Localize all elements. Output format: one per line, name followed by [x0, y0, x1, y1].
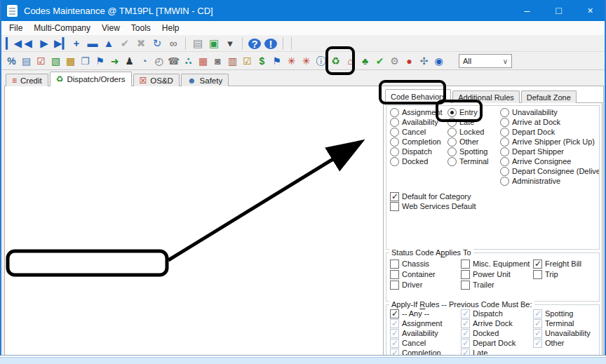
package-icon[interactable]: ▩ [65, 55, 76, 67]
menu-help[interactable]: Help [156, 22, 185, 34]
radio-depart-consignee-deliver[interactable]: Depart Consignee (Deliver) [500, 166, 599, 176]
radio-administrative[interactable]: Administrative [500, 176, 599, 186]
menu-multi-company[interactable]: Multi-Company [28, 22, 96, 34]
globe-icon[interactable]: ◉ [433, 55, 445, 67]
checkbox-dispatch[interactable]: Dispatch [461, 309, 531, 318]
radio-locked[interactable]: Locked [447, 127, 500, 137]
tab-additional-rules[interactable]: Additional Rules [452, 90, 520, 103]
delete-record-icon[interactable]: ▬ [86, 37, 99, 50]
checkbox-trailer[interactable]: Trailer [461, 280, 534, 290]
radio-terminal[interactable]: Terminal [447, 156, 500, 166]
checkbox-freight-bill[interactable]: Freight Bill [533, 259, 598, 269]
screen-dropdown-icon[interactable]: ▾ [224, 37, 236, 50]
previous-record-icon[interactable]: ◀ [22, 37, 34, 50]
network-icon[interactable]: ✳ [285, 55, 297, 67]
invoice-icon[interactable]: $ [256, 55, 268, 67]
find-icon[interactable]: ∞ [167, 37, 180, 50]
checkbox-cancel[interactable]: Cancel [390, 338, 457, 348]
package-check-icon[interactable]: ☑ [241, 55, 253, 67]
radio-cancel[interactable]: Cancel [390, 127, 447, 137]
tab-credit[interactable]: ≡Credit [6, 74, 48, 86]
filter-dropdown[interactable]: All ∨ [459, 54, 512, 68]
checkbox-web-services-default[interactable]: Web Services Default [390, 201, 530, 211]
tab-dispatch-orders[interactable]: ♻Dispatch/Orders [50, 72, 132, 86]
checkbox-power-unit[interactable]: Power Unit [461, 269, 534, 279]
car-icon[interactable]: ● [403, 55, 415, 67]
radio-arrive-at-dock[interactable]: Arrive at Dock [500, 117, 599, 127]
checkbox-any[interactable]: -- Any -- [390, 309, 457, 318]
help-icon[interactable]: ? [248, 39, 261, 49]
radio-depart-dock[interactable]: Depart Dock [500, 127, 599, 137]
save-icon[interactable]: ✔ [119, 37, 131, 50]
import-icon[interactable]: ➜ [109, 55, 121, 67]
chart-icon[interactable]: ▧ [50, 55, 62, 67]
approve-icon[interactable]: ✔ [374, 55, 386, 67]
driver-icon[interactable]: ♟ [123, 55, 135, 67]
checkbox-unavailability[interactable]: Unavailability [533, 328, 598, 338]
checkbox-spotting[interactable]: Spotting [533, 309, 598, 318]
radio-arrive-consignee[interactable]: Arrive Consignee [500, 156, 599, 166]
flag-icon[interactable]: ⚑ [94, 55, 106, 67]
checkbox-chassis[interactable]: Chassis [390, 259, 457, 269]
maximize-button[interactable]: □ [543, 0, 574, 21]
checkbox-trip[interactable]: Trip [533, 269, 598, 279]
fax-icon[interactable]: ▥ [227, 55, 238, 67]
first-record-icon[interactable]: ▎◀ [6, 37, 18, 50]
copy-icon[interactable]: ❐ [79, 55, 91, 67]
radio-depart-shipper[interactable]: Depart Shipper [500, 147, 599, 156]
camera-icon[interactable]: ◙ [212, 55, 224, 67]
checkbox-default-for-category[interactable]: Default for Category [390, 191, 530, 201]
radio-unavailability[interactable]: Unavailability [500, 107, 599, 117]
radio-late[interactable]: Late [447, 117, 500, 127]
move-up-icon[interactable]: ▲ [102, 37, 115, 50]
radio-availability[interactable]: Availability [390, 117, 447, 127]
checkbox-availability[interactable]: Availability [390, 328, 457, 338]
last-record-icon[interactable]: ▶▎ [54, 37, 67, 50]
home-icon[interactable]: ⌂ [344, 55, 356, 67]
next-record-icon[interactable]: ▶ [38, 37, 50, 50]
refresh-icon[interactable]: ↻ [151, 37, 163, 50]
checkbox-other[interactable]: Other [533, 338, 598, 348]
gauge-icon[interactable]: ◴ [153, 55, 165, 67]
radio-docked[interactable]: Docked [390, 156, 447, 166]
close-button[interactable]: × [574, 0, 606, 21]
add-record-icon[interactable]: + [70, 37, 83, 50]
codes-maintenance-icon[interactable]: ♻ [330, 55, 342, 67]
radio-other[interactable]: Other [447, 137, 500, 147]
flag-2-icon[interactable]: ⚑ [271, 55, 283, 67]
checkbox-misc-equipment[interactable]: Misc. Equipment [461, 259, 534, 269]
checkbox-depart-dock[interactable]: Depart Dock [461, 338, 531, 348]
radio-arrive-shipper-pick-up[interactable]: Arrive Shipper (Pick Up) [500, 137, 599, 147]
radio-assignment[interactable]: Assignment [390, 107, 447, 117]
compass-icon[interactable]: ◔ [138, 55, 150, 67]
radio-dispatch[interactable]: Dispatch [390, 147, 447, 156]
checkbox-docked[interactable]: Docked [461, 328, 531, 338]
checklist-icon[interactable]: ☑ [35, 55, 47, 67]
tab-code-behaviors[interactable]: Code Behaviors [385, 89, 451, 103]
network-2-icon[interactable]: ✳ [300, 55, 312, 67]
checkbox-driver[interactable]: Driver [390, 280, 457, 290]
info-doc-icon[interactable]: ⓘ [315, 55, 327, 67]
radio-spotting[interactable]: Spotting [447, 147, 500, 156]
checkbox-late[interactable]: Late [461, 348, 531, 356]
checkbox-assignment[interactable]: Assignment [390, 318, 457, 328]
tab-os-d[interactable]: ☒OS&D [133, 74, 180, 86]
calendar-icon[interactable]: ▦ [197, 55, 209, 67]
rates-percent-icon[interactable]: % [6, 55, 18, 67]
tree-icon[interactable]: ♣ [359, 55, 371, 67]
radio-entry[interactable]: Entry [447, 107, 500, 117]
print-icon[interactable]: ▤ [191, 37, 204, 50]
menu-view[interactable]: View [96, 22, 126, 34]
menu-tools[interactable]: Tools [126, 22, 156, 34]
checkbox-arrive-dock[interactable]: Arrive Dock [461, 318, 531, 328]
cancel-icon[interactable]: ✖ [135, 37, 147, 50]
phone-icon[interactable]: ☎ [168, 55, 180, 67]
about-icon[interactable]: ! [264, 39, 277, 49]
settings-icon[interactable]: ⚙ [389, 55, 400, 67]
radio-completion[interactable]: Completion [390, 137, 447, 147]
tab-default-zone[interactable]: Default Zone [521, 90, 577, 103]
screen-icon[interactable]: ▣ [208, 37, 220, 50]
hierarchy-icon[interactable]: ∴ [182, 55, 194, 67]
menu-file[interactable]: File [4, 22, 28, 34]
minimize-button[interactable]: – [511, 0, 543, 21]
